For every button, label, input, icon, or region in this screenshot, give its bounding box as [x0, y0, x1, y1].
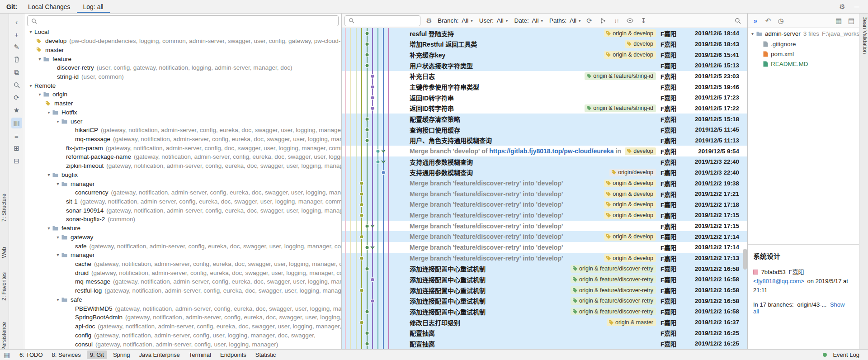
chevron-down-icon[interactable]: ▾ [54, 235, 61, 240]
branch-tree-row[interactable]: sit-1(gateway, notification, admin-serve… [24, 197, 341, 206]
tool-window-button-persistence[interactable]: Persistence [1, 322, 8, 351]
group-by-icon[interactable]: ≡ [11, 130, 22, 141]
chevron-down-icon[interactable]: ▾ [54, 181, 61, 186]
branch-tree-row[interactable]: ▾safe [24, 295, 341, 304]
search-options-gear-icon[interactable]: ⚙ [424, 16, 434, 26]
commit-hash[interactable]: 7bfabd53 [761, 269, 786, 275]
add-icon[interactable]: + [11, 29, 22, 40]
expand-all-icon[interactable]: ⊞ [11, 143, 22, 154]
statusbar-item-spring[interactable]: Spring [110, 351, 133, 359]
commit-row[interactable]: 补充缓存keyorigin & developF嘉阳2019/12/6 15:4… [342, 49, 747, 60]
branch-tree-row[interactable]: ▾gateway [24, 233, 341, 242]
branch-label[interactable]: origin & feature/discover-retry [571, 308, 656, 315]
branch-tree-row[interactable]: ▾Hotfix [24, 108, 341, 117]
branch-tree-row[interactable]: ▾Local [24, 28, 341, 37]
branch-tree-row[interactable]: hikariCP(gateway, notification, admin-se… [24, 126, 341, 135]
commit-row[interactable]: Merge branch 'feature/discover-retry' in… [342, 199, 747, 210]
branch-tree-row[interactable]: discover-retry(user, config, gateway, no… [24, 63, 341, 72]
commit-row[interactable]: 主键传参使用字符串类型F嘉阳2019/12/5 19:46 [342, 81, 747, 92]
branch-tree-row[interactable]: config(gateway, notification, admin-serv… [24, 331, 341, 340]
commit-row[interactable]: 增加Restful 返回工具类developF嘉阳2019/12/6 18:43 [342, 39, 747, 50]
commit-row[interactable]: 用户状态接收字符类型F嘉阳2019/12/6 15:13 [342, 60, 747, 71]
statusbar-item-java-enterprise[interactable]: Java Enterprise [136, 351, 183, 359]
branch-tree-row[interactable]: ▾Remote [24, 81, 341, 90]
branch-label[interactable]: origin & develop [604, 201, 656, 208]
branch-label[interactable]: origin & develop [604, 211, 656, 219]
commit-row[interactable]: Merge branch 'develop' of https://gitlab… [342, 146, 747, 156]
statusbar-item-terminal[interactable]: Terminal [186, 351, 214, 359]
file-row[interactable]: .gitignore [748, 39, 859, 49]
branch-tree-row[interactable]: ▾feature [24, 224, 341, 233]
copy-icon[interactable]: ⧉ [11, 67, 22, 78]
commit-row[interactable]: Merge branch 'feature/discover-retry' in… [342, 231, 747, 242]
commit-row[interactable]: 添加连接配置中心重试机制origin & feature/discover-re… [342, 274, 747, 285]
branch-label[interactable]: origin & develop [604, 254, 656, 262]
commit-row[interactable]: 添加连接配置中心重试机制origin & feature/discover-re… [342, 306, 747, 317]
branch-tree-row[interactable]: ▾bugfix [24, 171, 341, 180]
branch-tree-row[interactable]: develop(pw-cloud-dependencies, logging, … [24, 37, 341, 46]
refresh-icon[interactable]: ⟳ [11, 92, 22, 103]
branch-tree-row[interactable]: ▾feature [24, 54, 341, 63]
statusbar-item-endpoints[interactable]: Endpoints [217, 351, 250, 359]
branch-label[interactable]: origin & develop [604, 233, 656, 241]
filter-branch[interactable]: Branch: All▾ [438, 17, 473, 24]
group-by-directory-icon[interactable]: ▦ [834, 16, 844, 26]
branch-tree-row[interactable]: master [24, 45, 341, 54]
collapse-all-icon[interactable]: ⊟ [11, 156, 22, 166]
go-to-hash-icon[interactable] [733, 16, 743, 26]
commit-row[interactable]: Merge branch 'feature/discover-retry' in… [342, 189, 747, 199]
commit-row[interactable]: resful 登陆支持origin & developF嘉阳2019/12/6 … [342, 28, 747, 39]
commit-row[interactable]: Merge branch 'feature/discover-retry' in… [342, 242, 747, 253]
log-scrollbar-thumb[interactable] [743, 249, 747, 270]
filter-paths[interactable]: Paths: All▾ [549, 17, 581, 24]
branch-label[interactable]: origin & develop [604, 29, 656, 37]
commit-row[interactable]: 支持通用参数模糊查询origin/developF嘉阳2019/12/3 22:… [342, 167, 747, 178]
commit-row[interactable]: 添加连接配置中心重试机制origin & feature/discover-re… [342, 263, 747, 274]
branch-tree-row[interactable]: ▾manager [24, 251, 341, 260]
branch-tree-row[interactable]: sonar-190914(gateway, notification, admi… [24, 206, 341, 215]
branch-tree-row[interactable]: ▾user [24, 117, 341, 126]
statusbar-item-event-log[interactable]: Event Log [830, 351, 863, 359]
branch-tree-row[interactable]: master [24, 99, 341, 108]
filter-date[interactable]: Date: All▾ [514, 17, 543, 24]
branch-label[interactable]: origin & feature/discover-retry [571, 265, 656, 273]
file-row[interactable]: pom.xml [748, 49, 859, 59]
edit-icon[interactable]: ✎ [11, 42, 22, 52]
commit-row[interactable]: Merge branch 'feature/discover-retry' in… [342, 178, 747, 189]
branch-tree-row[interactable]: consul(gateway, notification, admin-serv… [24, 340, 341, 349]
branch-tree-row[interactable]: ▾origin [24, 90, 341, 99]
chevron-down-icon[interactable]: ▾ [45, 172, 52, 177]
commit-row[interactable]: 用户、角色支持通用模糊查询F嘉阳2019/12/5 11:13 [342, 135, 747, 146]
branch-label[interactable]: origin & develop [604, 190, 656, 198]
commit-row[interactable]: 添加连接配置中心重试机制origin & feature/discover-re… [342, 285, 747, 296]
favorite-star-icon[interactable]: ★ [11, 105, 22, 116]
branch-label[interactable]: develop [625, 147, 656, 155]
commit-row[interactable]: 修改日志打印级别origin & masterF嘉阳2019/12/2 16:3… [342, 317, 747, 328]
chevron-down-icon[interactable]: ▾ [751, 31, 754, 36]
rollback-icon[interactable]: ↶ [763, 16, 773, 26]
tool-window-button-bean-validation[interactable]: Bean Validation [861, 16, 868, 54]
sort-icon[interactable]: ↓↑ [612, 16, 622, 26]
branch-label[interactable]: develop [625, 40, 656, 48]
branch-label[interactable]: origin & master [607, 318, 656, 326]
commit-row[interactable]: 返回ID转字符串F嘉阳2019/12/5 17:23 [342, 92, 747, 103]
branch-label[interactable]: origin & feature/string-id [585, 72, 656, 80]
branch-tree-row[interactable]: sonar-bugfix-2(common) [24, 215, 341, 224]
chevron-down-icon[interactable]: ▾ [27, 29, 34, 34]
commit-row[interactable]: 补充日志origin & feature/string-idF嘉阳2019/12… [342, 71, 747, 82]
branch-tree-row[interactable]: mq-message(gateway, notification, admin-… [24, 135, 341, 144]
file-row[interactable]: README.MD [748, 59, 859, 69]
commit-row[interactable]: Merge branch 'feature/discover-retry' in… [342, 221, 747, 232]
statusbar-item-9-git[interactable]: 9: Git [87, 351, 107, 359]
commit-row[interactable]: 配置抽离F嘉阳2019/12/2 16:25 [342, 338, 747, 349]
branch-tree-row[interactable]: restful-log(gateway, notification, admin… [24, 286, 341, 295]
branch-tree-row[interactable]: reformat-package-name(gateway, notificat… [24, 152, 341, 161]
tab-local-changes[interactable]: Local Changes [22, 0, 76, 13]
statusbar-item-statistic[interactable]: Statistic [252, 351, 279, 359]
branch-tree-row[interactable]: zipkin-timeout(gateway, notification, ad… [24, 161, 341, 171]
branch-tree-row[interactable]: safe(gateway, notification, admin-server… [24, 242, 341, 251]
delete-icon[interactable] [11, 54, 22, 65]
branch-tree-row[interactable]: fix-jvm-param(gateway, notification, adm… [24, 143, 341, 152]
branch-tree-row[interactable]: api-doc(gateway, notification, admin-ser… [24, 322, 341, 331]
branch-label[interactable]: origin & develop [604, 180, 656, 187]
